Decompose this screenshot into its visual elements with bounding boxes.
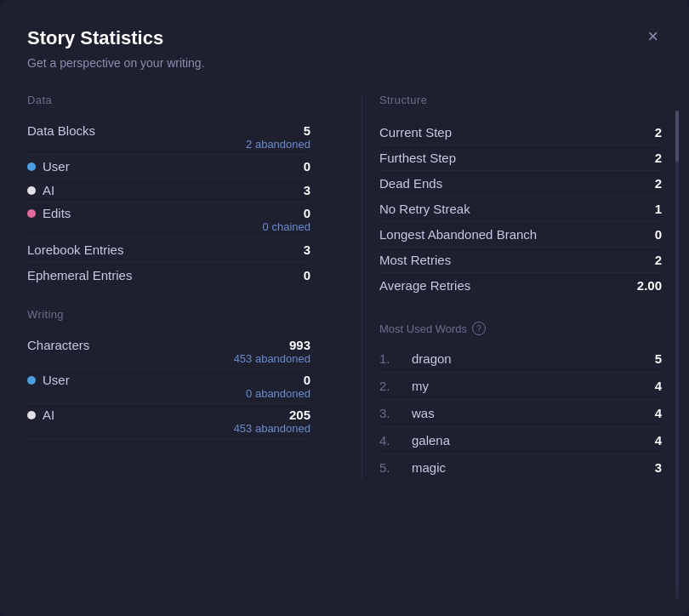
dead-ends-value: 2 <box>655 176 662 191</box>
right-column: Structure Current Step 2 Furthest Step 2… <box>362 94 662 481</box>
furthest-step-row: Furthest Step 2 <box>379 145 662 171</box>
ai-stat-row: AI 3 <box>27 179 310 202</box>
word-row: 1. dragon 5 <box>379 345 662 373</box>
lorebook-row: Lorebook Entries 3 <box>27 237 310 263</box>
word-text: was <box>412 406 435 420</box>
user2-sub: 0 abandoned <box>27 387 310 400</box>
current-step-value: 2 <box>655 125 662 140</box>
ai2-group: AI 205 453 abandoned <box>27 404 310 439</box>
most-retries-value: 2 <box>655 253 662 267</box>
current-step-label: Current Step <box>379 125 452 140</box>
modal-subtitle: Get a perspective on your writing. <box>27 56 662 70</box>
word-entry: 3. was <box>379 406 435 420</box>
characters-group: Characters 993 453 abandoned <box>27 334 310 369</box>
word-entry: 4. galena <box>379 433 450 448</box>
edits-value: 0 <box>304 206 310 220</box>
most-retries-label: Most Retries <box>379 253 451 267</box>
ephemeral-row: Ephemeral Entries 0 <box>27 263 310 288</box>
word-count: 3 <box>655 460 662 475</box>
ai-value: 3 <box>304 183 310 197</box>
structure-section: Structure Current Step 2 Furthest Step 2… <box>379 94 662 298</box>
user2-label: User <box>27 373 70 387</box>
ephemeral-label: Ephemeral Entries <box>27 268 132 282</box>
word-row: 4. galena 4 <box>379 427 662 454</box>
data-blocks-sub: 2 abandoned <box>27 138 310 151</box>
words-list: 1. dragon 5 2. my 4 3. was 4 4. galena 4 <box>379 345 662 481</box>
user2-group: User 0 0 abandoned <box>27 369 310 404</box>
scroll-thumb[interactable] <box>675 111 679 162</box>
most-retries-row: Most Retries 2 <box>379 248 662 273</box>
data-blocks-top: Data Blocks 5 <box>27 123 310 138</box>
word-text: magic <box>412 460 446 475</box>
longest-branch-row: Longest Abandoned Branch 0 <box>379 222 662 248</box>
no-retry-row: No Retry Streak 1 <box>379 197 662 222</box>
word-text: my <box>412 379 429 393</box>
word-text: galena <box>412 433 450 448</box>
user-dot <box>27 163 36 171</box>
word-entry: 1. dragon <box>379 351 452 366</box>
header-text: Story Statistics <box>27 27 163 49</box>
word-row: 2. my 4 <box>379 373 662 400</box>
word-count: 4 <box>655 433 662 448</box>
word-rank: 2. <box>379 379 396 393</box>
user-stat-row: User 0 <box>27 155 310 179</box>
characters-label: Characters <box>27 338 89 352</box>
word-entry: 5. magic <box>379 460 446 475</box>
modal-header: Story Statistics × <box>27 27 662 49</box>
ai2-label: AI <box>27 408 54 422</box>
close-button[interactable]: × <box>644 27 662 46</box>
furthest-step-value: 2 <box>655 151 662 165</box>
no-retry-value: 1 <box>655 202 662 216</box>
current-step-row: Current Step 2 <box>379 120 662 145</box>
word-count: 5 <box>655 351 662 366</box>
avg-retries-value: 2.00 <box>637 278 662 293</box>
scroll-track[interactable] <box>675 111 679 599</box>
data-blocks-group: Data Blocks 5 2 abandoned <box>27 120 310 155</box>
ai-label: AI <box>27 183 54 197</box>
left-column: Data Data Blocks 5 2 abandoned User 0 <box>27 94 327 481</box>
lorebook-value: 3 <box>304 242 310 257</box>
data-blocks-value: 5 <box>304 123 310 138</box>
dead-ends-label: Dead Ends <box>379 176 442 191</box>
word-entry: 2. my <box>379 379 429 393</box>
no-retry-label: No Retry Streak <box>379 202 470 216</box>
writing-section: Writing Characters 993 453 abandoned Use… <box>27 308 310 439</box>
user2-dot <box>27 376 36 385</box>
ai2-value: 205 <box>289 408 310 422</box>
word-row: 3. was 4 <box>379 400 662 427</box>
word-rank: 4. <box>379 433 396 448</box>
characters-value: 993 <box>289 338 310 352</box>
furthest-step-label: Furthest Step <box>379 151 456 165</box>
bottom-fade <box>0 582 689 616</box>
user-value: 0 <box>304 159 310 174</box>
user2-value: 0 <box>304 373 310 387</box>
avg-retries-row: Average Retries 2.00 <box>379 273 662 298</box>
user2-top: User 0 <box>27 373 310 387</box>
edits-label: Edits <box>27 206 71 220</box>
ai2-dot <box>27 411 36 419</box>
structure-label: Structure <box>379 94 662 106</box>
longest-branch-value: 0 <box>655 227 662 242</box>
avg-retries-label: Average Retries <box>379 278 470 293</box>
words-section: Most Used Words ? 1. dragon 5 2. my 4 3.… <box>379 322 662 481</box>
edits-dot <box>27 209 36 218</box>
ai2-sub: 453 abandoned <box>27 422 310 435</box>
word-rank: 5. <box>379 460 396 475</box>
modal-container: Story Statistics × Get a perspective on … <box>0 0 689 616</box>
data-section-label: Data <box>27 94 310 106</box>
word-count: 4 <box>655 379 662 393</box>
characters-top: Characters 993 <box>27 338 310 352</box>
word-count: 4 <box>655 406 662 420</box>
word-text: dragon <box>412 351 452 366</box>
dead-ends-row: Dead Ends 2 <box>379 171 662 197</box>
ai2-top: AI 205 <box>27 408 310 422</box>
lorebook-label: Lorebook Entries <box>27 242 123 257</box>
longest-branch-label: Longest Abandoned Branch <box>379 227 537 242</box>
data-section: Data Data Blocks 5 2 abandoned User 0 <box>27 94 310 288</box>
edits-sub: 0 chained <box>27 220 310 233</box>
help-icon: ? <box>472 322 486 335</box>
data-blocks-label: Data Blocks <box>27 123 95 138</box>
words-label: Most Used Words <box>379 322 467 335</box>
ephemeral-value: 0 <box>304 268 310 282</box>
modal-title: Story Statistics <box>27 27 163 49</box>
